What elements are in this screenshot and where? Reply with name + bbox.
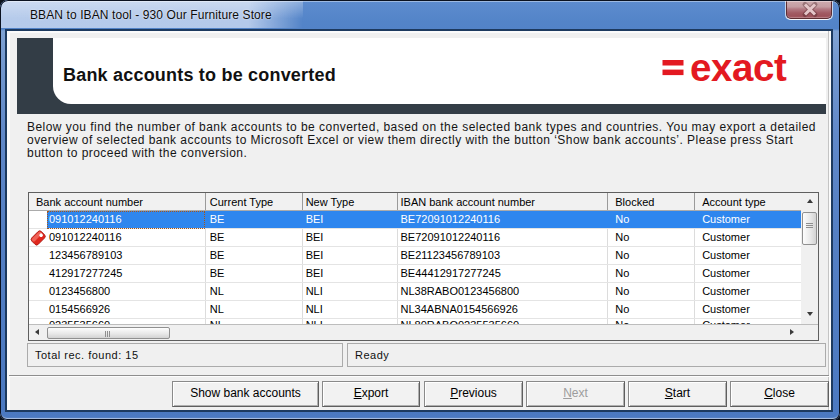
svg-text:exact: exact	[690, 46, 787, 87]
